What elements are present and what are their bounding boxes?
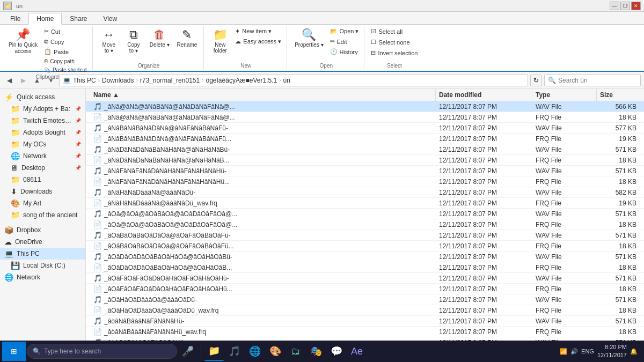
address-path[interactable]: 💻 This PC › Downloads › r73_normal_ren01… (59, 75, 528, 86)
table-row[interactable]: 📄 _âOâ@âOâ@âOâBâOâ@âOâDâOâFâOâ@... 12/11… (86, 219, 644, 230)
sidebar-item-onedrive[interactable]: ☁ OneDrive (0, 236, 85, 248)
path-segment-3[interactable]: ögeİäéâçyAæ■eVer1.5.1 (206, 77, 277, 84)
path-segment-0[interactable]: This PC (73, 77, 96, 84)
col-type[interactable]: Type (532, 89, 597, 101)
table-row[interactable]: 🎵 _âNâHâNâDâàâNâ@âàâNâDü- 12/11/2017 8:0… (86, 187, 644, 198)
file-type-cell: WAV File (532, 231, 597, 240)
table-row[interactable]: 📄 _âNâBâNâBâNâDâNâ@âNâFâNâBâNâFü... 12/1… (86, 134, 644, 144)
taskbar-icon-ae[interactable]: Ae (347, 342, 367, 361)
path-segment-2[interactable]: r73_normal_ren0151 (140, 77, 200, 84)
search-box[interactable]: 🔍 (544, 75, 641, 86)
sidebar-item-08611[interactable]: 📁 08611 (0, 174, 85, 186)
sidebar-item-twitch[interactable]: 📁 Twitch EmotesCr: 📌 (0, 115, 85, 127)
sidebar-item-song[interactable]: 📁 song of the ancient (0, 209, 85, 221)
copy-path-button[interactable]: © Copy path (42, 57, 89, 65)
table-row[interactable]: 📄 _âOâDâOâDâOâBâOâHâOâ@âOâHâOâB... 12/11… (86, 262, 644, 273)
sidebar-item-this-pc[interactable]: 💻 This PC (0, 248, 85, 260)
table-row[interactable]: 🎵 _âOâHâOâDâàâOâ@âàâOâDü- 12/11/2017 8:0… (86, 294, 644, 305)
taskbar-icon-discord[interactable]: 💬 (327, 342, 346, 361)
table-row[interactable]: 🎵 _âNâ@âNâ@âNâBâNâ@âNâDâNâFâNâ@... 12/11… (86, 101, 644, 112)
taskbar-icon-photoshop[interactable]: 🎨 (266, 342, 285, 361)
new-item-button[interactable]: ✦ New item ▾ (233, 27, 283, 36)
table-row[interactable]: 🎵 _âNâDâNâDâNâBâNâHâNâ@âNâHâNâBü- 12/11/… (86, 144, 644, 155)
table-row[interactable]: 🎵 _âNâFâNâFâNâDâNâHâNâFâNâHâNâHü- 12/11/… (86, 166, 644, 176)
minimize-button[interactable]: — (610, 2, 619, 10)
window-controls[interactable]: — ❐ ✕ (610, 2, 641, 10)
path-segment-1[interactable]: Downloads (102, 77, 134, 84)
my-art-folder-icon: 🎨 (11, 199, 20, 208)
taskbar-icon-app2[interactable]: 🎭 (306, 342, 326, 361)
up-button[interactable]: ▲ (31, 75, 43, 86)
taskbar-icon-file-explorer[interactable]: 📁 (204, 342, 224, 361)
recent-button[interactable]: ▾ (45, 75, 57, 86)
sidebar-item-adopts-bought[interactable]: 📁 Adopts Bought 📌 (0, 127, 85, 138)
forward-button[interactable]: ▶ (17, 75, 29, 86)
open-button[interactable]: 📂 Open ▾ (328, 27, 361, 36)
taskbar-icon-music[interactable]: 🎵 (225, 342, 244, 361)
sidebar-item-my-art[interactable]: 🎨 My Art (0, 197, 85, 209)
table-row[interactable]: 📄 _âOâHâOâDâàâOâ@âàâOâDü_wav.frq 12/11/2… (86, 305, 644, 316)
sidebar-twitch-label: Twitch EmotesCr: (23, 117, 72, 124)
table-row[interactable]: 🎵 _âOâFâOâFâOâDâOâHâOâFâOâHâOâHü- 12/11/… (86, 273, 644, 284)
table-row[interactable]: 📄 _âNâDâNâDâNâBâNâHâNâ@âNâHâNâB... 12/11… (86, 155, 644, 166)
tab-home[interactable]: Home (28, 13, 62, 25)
table-row[interactable]: 📄 _âOâFâOâFâOâDâOâHâOâFâOâHâOâHü... 12/1… (86, 284, 644, 294)
col-size[interactable]: Size (597, 89, 640, 101)
taskbar-icon-browser[interactable]: 🌐 (245, 342, 265, 361)
history-button[interactable]: 🕐 History (328, 47, 361, 56)
sidebar-item-dropbox[interactable]: 📦 Dropbox (0, 224, 85, 236)
col-name[interactable]: Name ▲ (90, 89, 436, 101)
properties-button[interactable]: 🔍 Properties ▾ (291, 27, 326, 50)
sidebar-item-network-2[interactable]: 🌐 Network (0, 271, 85, 283)
select-none-button[interactable]: ☐ Select none (369, 38, 420, 47)
sidebar-item-downloads[interactable]: ⬇ Downloads (0, 186, 85, 197)
close-button[interactable]: ✕ (631, 2, 641, 10)
maximize-button[interactable]: ❐ (620, 2, 630, 10)
table-row[interactable]: 🎵 _âOâBâOâBâOâDâOâ@âOâFâOâBâOâFü- 12/11/… (86, 230, 644, 241)
sidebar-item-network-1[interactable]: 🌐 Network 📌 (0, 150, 85, 162)
start-button[interactable]: ⊞ (2, 342, 26, 361)
path-segment-4[interactable]: ün (283, 77, 290, 84)
taskbar-search[interactable]: 🔍 Type here to search (27, 344, 177, 359)
col-date[interactable]: Date modified (436, 89, 532, 101)
sidebar-item-quick-access[interactable]: ⚡ Quick access (0, 91, 85, 103)
copy-button[interactable]: ⧉ Copy (42, 37, 89, 46)
table-row[interactable]: 🎵 _âNâBâNâBâNâDâNâ@âNâFâNâBâNâFü- 12/11/… (86, 123, 644, 134)
taskbar-icon-cortana[interactable]: 🎤 (178, 342, 197, 361)
easy-access-button[interactable]: ☁ Easy access ▾ (233, 37, 283, 46)
file-name-cell: 🎵 _âOâBâOâBâOâDâOâ@âOâFâOâBâOâFü- (90, 231, 436, 240)
select-all-button[interactable]: ☑ Select all (369, 27, 420, 36)
sidebar-item-local-disk[interactable]: 💾 Local Disk (C:) (0, 260, 85, 271)
edit-button[interactable]: ✏ Edit (328, 37, 361, 46)
table-row[interactable]: 📄 _âNâHâNâDâàâNâ@âàâNâDü_wav.frq 12/11/2… (86, 198, 644, 209)
sidebar-item-desktop[interactable]: 🖥 Desktop 📌 (0, 162, 85, 174)
pin-label: Pin to Quickaccess (9, 42, 38, 55)
sidebar-item-my-adopts[interactable]: 📁 My Adopts + Ba: 📌 (0, 103, 85, 115)
move-to-button[interactable]: ↔ Moveto ▾ (97, 27, 121, 56)
table-row[interactable]: 📄 _âOâBâOâBâOâDâOâ@âOâFâOâBâOâFü... 12/1… (86, 241, 644, 252)
table-row[interactable]: 🎵 _âOâDâOâDâOâBâOâHâOâ@âOâHâOâBü- 12/11/… (86, 252, 644, 262)
rename-button[interactable]: ✎ Rename (174, 27, 201, 50)
tab-share[interactable]: Share (62, 13, 95, 24)
copy-to-button[interactable]: ⧉ Copyto ▾ (122, 27, 145, 56)
quick-access-icon: ⚡ (4, 93, 13, 101)
tab-view[interactable]: View (95, 13, 125, 24)
cut-button[interactable]: ✂ Cut (42, 27, 89, 36)
pin-quick-access-button[interactable]: 📌 Pin to Quickaccess (5, 27, 41, 57)
sidebar-item-my-ocs[interactable]: 📁 My OCs 📌 (0, 138, 85, 150)
tab-file[interactable]: File (2, 13, 28, 24)
refresh-button[interactable]: ↻ (530, 75, 542, 86)
taskbar-icon-app1[interactable]: 🗂 (286, 342, 305, 361)
delete-button[interactable]: 🗑 Delete ▾ (147, 27, 173, 50)
table-row[interactable]: 📄 _âNâFâNâFâNâDâNâHâNâFâNâHâNâHü... 12/1… (86, 176, 644, 187)
table-row[interactable]: 📄 _âòâNâBâàâNâFâNâNâHü_wav.frq 12/11/201… (86, 327, 644, 337)
paste-shortcut-button[interactable]: 📎 Paste shortcut (42, 66, 89, 74)
paste-button[interactable]: 📋 Paste (42, 47, 89, 56)
table-row[interactable]: 🎵 _âòâNâBâàâNâFâNâNâHü- 12/11/2017 8:07 … (86, 316, 644, 327)
table-row[interactable]: 🎵 _âOâ@âOâ@âOâBâOâ@âOâDâOâFâOâ@... 12/11… (86, 209, 644, 219)
table-row[interactable]: 📄 _âNâ@âNâ@âNâBâNâ@âNâDâNâFâNâ@... 12/11… (86, 112, 644, 123)
search-input[interactable] (558, 77, 637, 84)
back-button[interactable]: ◀ (3, 75, 15, 86)
new-folder-button[interactable]: 📁 Newfolder (208, 27, 232, 56)
invert-selection-button[interactable]: ⊟ Invert selection (369, 48, 420, 57)
